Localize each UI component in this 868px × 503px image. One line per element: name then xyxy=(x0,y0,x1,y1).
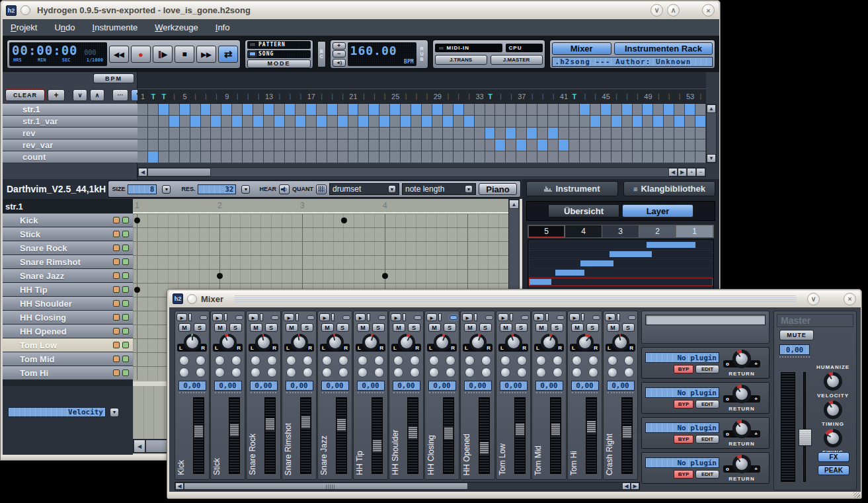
song-cell[interactable] xyxy=(379,116,390,128)
beat-counter-strip[interactable]: B C xyxy=(317,41,326,67)
song-cell[interactable] xyxy=(390,139,401,151)
song-cell[interactable] xyxy=(506,139,516,151)
strip-fx-send-knob[interactable] xyxy=(231,356,241,366)
strip-solo-button[interactable]: S xyxy=(479,323,492,332)
mixer-hscroll-handle[interactable] xyxy=(184,483,468,490)
timeline-col-54[interactable]: | xyxy=(695,89,706,103)
song-cell[interactable] xyxy=(211,116,221,128)
show-fx-button[interactable]: FX xyxy=(818,452,849,462)
song-cell[interactable] xyxy=(485,151,496,163)
timeline-col-29[interactable]: 29 xyxy=(432,89,443,103)
note-property-select-icon[interactable]: ▼ xyxy=(110,408,119,417)
song-cell[interactable] xyxy=(454,116,464,128)
song-cell[interactable] xyxy=(674,116,685,128)
instrument-row-tom-hi[interactable]: Tom Hi xyxy=(3,366,133,380)
strip-fx-send-knob[interactable] xyxy=(374,368,384,377)
mode-button[interactable]: MODE xyxy=(247,59,311,68)
strip-fader-handle[interactable] xyxy=(194,425,204,438)
song-cell[interactable] xyxy=(643,116,653,128)
song-cell[interactable] xyxy=(317,128,327,139)
strip-fx-send-knob[interactable] xyxy=(553,368,563,377)
song-cell[interactable] xyxy=(401,116,411,128)
mixer-minimize-button[interactable]: ∨ xyxy=(807,293,820,305)
song-cell[interactable] xyxy=(211,104,221,116)
scroll-up-icon[interactable]: ▲ xyxy=(707,104,716,113)
strip-pan-knob[interactable] xyxy=(219,334,237,351)
layer-row-1[interactable] xyxy=(529,241,713,249)
strip-fx-send-knob[interactable] xyxy=(267,356,277,366)
song-cell[interactable] xyxy=(559,116,569,128)
instrument-solo-dot[interactable] xyxy=(122,272,129,279)
song-cell[interactable] xyxy=(664,139,674,151)
layer-header-2[interactable]: 2 xyxy=(639,225,676,237)
instrument-solo-dot[interactable] xyxy=(122,286,129,293)
fx-bypass-button[interactable]: BYP xyxy=(674,435,693,444)
mixer-window-menu-icon[interactable] xyxy=(187,294,197,304)
song-cell[interactable] xyxy=(232,104,243,116)
song-cell[interactable] xyxy=(274,151,285,163)
strip-solo-button[interactable]: S xyxy=(444,323,456,332)
song-cell[interactable] xyxy=(338,128,348,139)
timeline-col-10[interactable]: | xyxy=(232,89,243,103)
strip-fx-send-knob[interactable] xyxy=(588,356,598,366)
song-cell[interactable] xyxy=(264,116,274,128)
song-cell[interactable] xyxy=(485,116,496,128)
timeline-col-9[interactable]: 9 xyxy=(221,89,232,103)
instrument-mute-dot[interactable] xyxy=(113,245,120,251)
piano-button[interactable]: Piano xyxy=(479,183,517,195)
strip-fx-send-knob[interactable] xyxy=(481,356,491,366)
song-cell[interactable] xyxy=(180,139,190,151)
strip-mute-button[interactable]: M xyxy=(286,323,298,332)
jack-master-button[interactable]: J.MASTER xyxy=(491,55,543,65)
song-cell[interactable] xyxy=(243,128,253,139)
strip-fx-send-knob[interactable] xyxy=(465,368,475,377)
song-cell[interactable] xyxy=(422,104,432,116)
song-cell[interactable] xyxy=(159,128,169,139)
instrument-solo-dot[interactable] xyxy=(122,356,129,362)
song-cell[interactable] xyxy=(369,104,379,116)
fx-return-knob[interactable] xyxy=(732,350,751,368)
song-cell[interactable] xyxy=(264,128,274,139)
song-cell[interactable] xyxy=(201,128,212,139)
song-cell[interactable] xyxy=(622,104,633,116)
song-cell[interactable] xyxy=(695,151,706,163)
song-cell[interactable] xyxy=(548,139,559,151)
strip-fader-track[interactable] xyxy=(407,397,418,474)
strip-fader-handle[interactable] xyxy=(372,440,382,453)
layer-row-3[interactable] xyxy=(529,259,713,268)
timeline-col-51[interactable]: | xyxy=(664,89,674,103)
stop-button[interactable]: ■ xyxy=(175,46,194,63)
song-cell[interactable] xyxy=(559,139,569,151)
strip-play-button[interactable]: ▶ xyxy=(391,313,401,321)
song-cell[interactable] xyxy=(695,104,706,116)
scroll-down-icon[interactable]: ▼ xyxy=(707,154,716,163)
song-cell[interactable] xyxy=(369,128,379,139)
strip-solo-button[interactable]: S xyxy=(194,323,206,332)
tab-layers[interactable]: Layer xyxy=(622,204,693,217)
instrument-mute-dot[interactable] xyxy=(113,314,120,321)
song-cell[interactable] xyxy=(601,104,612,116)
song-cell[interactable] xyxy=(243,116,253,128)
timeline-col-44[interactable]: | xyxy=(590,89,601,103)
song-cell[interactable] xyxy=(422,116,432,128)
strip-fader-handle[interactable] xyxy=(265,418,275,431)
note-property-dropdown[interactable]: note length ▼ xyxy=(402,183,476,195)
strip-solo-button[interactable]: S xyxy=(515,323,528,332)
timeline-col-3[interactable]: T xyxy=(159,89,169,103)
maximize-button[interactable]: ∧ xyxy=(667,4,680,17)
song-cell[interactable] xyxy=(443,104,454,116)
timeline-col-23[interactable]: | xyxy=(369,89,379,103)
timeline-col-5[interactable]: 5 xyxy=(180,89,190,103)
song-cell[interactable] xyxy=(590,116,601,128)
strip-fx-send-knob[interactable] xyxy=(572,356,582,366)
instrument-mute-dot[interactable] xyxy=(113,258,120,265)
mixer-scroll-right-icon[interactable]: ▶ xyxy=(631,483,639,490)
song-cell[interactable] xyxy=(338,116,348,128)
master-velocity-knob[interactable] xyxy=(824,372,842,391)
instrument-row-snare-rimshot[interactable]: Snare Rimshot xyxy=(3,255,133,269)
song-cell[interactable] xyxy=(454,104,464,116)
timeline-col-53[interactable]: 53 xyxy=(685,89,695,103)
strip-fader-track[interactable] xyxy=(336,397,347,474)
strip-fader-handle[interactable] xyxy=(444,427,454,440)
song-cell[interactable] xyxy=(516,151,527,163)
